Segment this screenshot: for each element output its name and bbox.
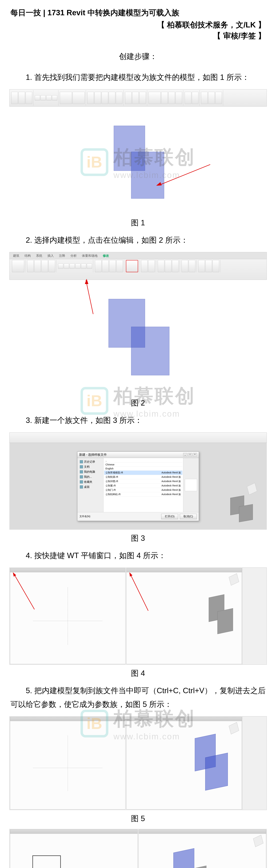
step-5-text: 5. 把内建模型复制到族文件当中即可（Ctrl+C, Ctrl+V），复制进去之…: [10, 684, 266, 711]
figure-1-caption: 图 1: [131, 218, 145, 228]
view-titlebar: [127, 717, 242, 721]
ribbon-tab[interactable]: 插入: [48, 254, 54, 258]
sidebar-item[interactable]: 我的...: [79, 474, 102, 479]
page-title: 每日一技 | 1731 Revit 中转换内建模型为可载入族: [10, 7, 266, 19]
figure-3-canvas: 新建 - 选择样板文件 _ □ × 历史记录 文档 我的电脑 我的... 收藏夹…: [9, 443, 267, 530]
properties-panel[interactable]: [242, 568, 267, 664]
ribbon-tab[interactable]: 结构: [25, 254, 31, 258]
figure-5: iB 柏慕联创 www.lcbim.com 图 5: [10, 716, 266, 824]
ribbon-tab[interactable]: 注释: [59, 254, 65, 258]
close-icon[interactable]: ×: [193, 453, 197, 456]
red-arrow-icon: [85, 279, 88, 284]
tiled-view-right[interactable]: [138, 830, 266, 868]
dialog-file-list[interactable]: .. Chinese English 公制常规模型.rftAutodesk Re…: [104, 458, 183, 512]
view-titlebar: [10, 717, 126, 721]
step-3-text: 3. 新建一个族文件，如图 3 所示：: [10, 413, 266, 427]
viewcube-icon[interactable]: [253, 835, 263, 847]
open-button[interactable]: 打开(O): [161, 514, 178, 519]
view-titlebar: [139, 830, 266, 834]
tiled-view-left[interactable]: [10, 830, 138, 868]
figure-5-canvas: [9, 716, 267, 810]
ribbon-tab[interactable]: 体量和场地: [82, 254, 98, 258]
byline: 【 柏慕联创技术服务，文/LK 】: [10, 20, 266, 30]
tiled-view-left[interactable]: [10, 568, 126, 664]
dialog-preview-pane: [183, 458, 199, 512]
preview-thumbnail: [185, 479, 197, 491]
tiled-view-left[interactable]: [10, 717, 126, 809]
ribbon-tab[interactable]: 系统: [36, 254, 42, 258]
view-titlebar: [127, 568, 242, 572]
revit-toolbar-thin: [9, 432, 267, 443]
folder-icon: [80, 480, 83, 484]
watermark-icon: iB: [81, 148, 108, 176]
ribbon-tab-selected[interactable]: 修改: [103, 254, 109, 258]
revit-ribbon: 建筑 结构 系统 插入 注释 分析 体量和场地 修改: [9, 252, 267, 280]
sidebar-item[interactable]: 历史记录: [79, 459, 102, 464]
figure-2: 建筑 结构 系统 插入 注释 分析 体量和场地 修改 i: [10, 252, 266, 408]
view-titlebar: [10, 568, 126, 572]
figure-4-canvas: [9, 567, 267, 665]
sidebar-item[interactable]: 桌面: [79, 485, 102, 490]
properties-panel[interactable]: [242, 716, 267, 810]
figure-4-caption: 图 4: [131, 668, 145, 678]
step-2-text: 2. 选择内建模型，点击在位编辑，如图 2 所示：: [10, 233, 266, 247]
reviewer: 【 审核/李签 】: [10, 31, 266, 41]
step-4-text: 4. 按快捷键 WT 平铺窗口，如图 4 所示：: [10, 549, 266, 562]
selected-template[interactable]: 公制常规模型.rftAutodesk Revit 族: [104, 471, 183, 475]
dialog-sidebar: 历史记录 文档 我的电脑 我的... 收藏夹 桌面: [77, 458, 104, 512]
edit-in-place-button[interactable]: [126, 260, 138, 272]
figure-1: iB 柏慕联创 www.lcbim.com 图 1: [10, 89, 266, 228]
figure-6: 图 6: [10, 829, 266, 868]
ribbon-tab[interactable]: 分析: [71, 254, 77, 258]
figure-4: 图 4: [10, 567, 266, 678]
folder-icon: [80, 470, 83, 473]
ribbon-tab[interactable]: 建筑: [13, 254, 19, 258]
figure-1-canvas: iB 柏慕联创 www.lcbim.com: [9, 110, 267, 214]
revit-toolbar: [9, 89, 267, 106]
outline-shape-icon: [31, 854, 87, 868]
dialog-title-text: 新建 - 选择样板文件: [79, 453, 107, 457]
folder-icon: [80, 465, 83, 468]
figure-2-canvas: [9, 280, 267, 395]
viewcube-icon[interactable]: [229, 574, 239, 586]
new-file-dialog: 新建 - 选择样板文件 _ □ × 历史记录 文档 我的电脑 我的... 收藏夹…: [77, 452, 199, 521]
tiled-view-right[interactable]: [126, 717, 242, 809]
section-head: 创建步骤：: [10, 51, 266, 62]
mini-3d-view: [225, 485, 256, 519]
minimize-icon[interactable]: _: [183, 453, 187, 456]
figure-3-caption: 图 3: [131, 533, 145, 544]
dialog-titlebar: 新建 - 选择样板文件 _ □ ×: [77, 452, 199, 458]
sidebar-item[interactable]: 收藏夹: [79, 479, 102, 485]
maximize-icon[interactable]: □: [188, 453, 192, 456]
tiled-view-right[interactable]: [126, 568, 242, 664]
figure-2-caption: 图 2: [131, 398, 145, 408]
file-name-label: 文件名(N):: [80, 515, 91, 518]
folder-icon: [80, 485, 83, 489]
figure-5-caption: 图 5: [131, 813, 145, 824]
figure-3: 新建 - 选择样板文件 _ □ × 历史记录 文档 我的电脑 我的... 收藏夹…: [10, 432, 266, 544]
folder-icon: [80, 475, 83, 478]
viewcube-icon[interactable]: [247, 483, 257, 495]
sidebar-item[interactable]: 文档: [79, 464, 102, 469]
cancel-button[interactable]: 取消(C): [180, 514, 196, 519]
sidebar-item[interactable]: 我的电脑: [79, 469, 102, 474]
step-1-text: 1. 首先找到我们需要把内建模型改为族文件的模型，如图 1 所示：: [10, 70, 266, 84]
figure-6-canvas: [9, 829, 267, 868]
viewcube-icon[interactable]: [229, 722, 239, 734]
view-titlebar: [10, 830, 138, 834]
folder-icon: [80, 460, 83, 463]
